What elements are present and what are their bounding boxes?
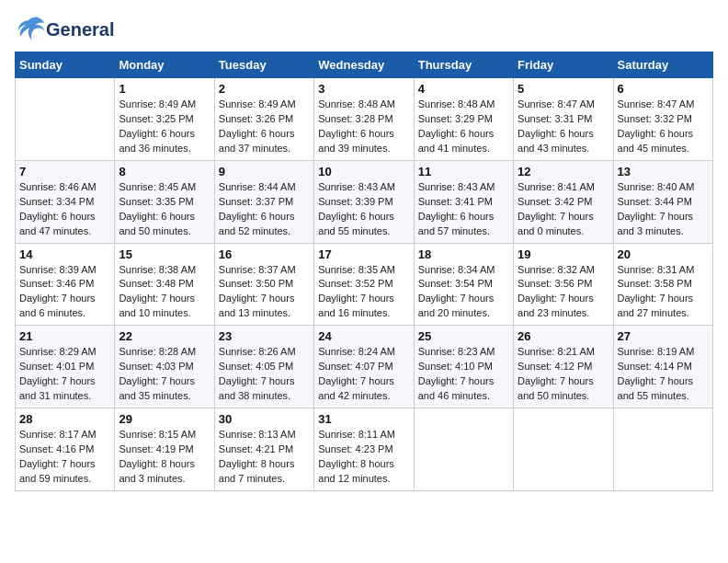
day-info: Sunrise: 8:43 AMSunset: 3:39 PMDaylight:…	[318, 180, 409, 239]
logo-text: General	[46, 19, 114, 40]
day-number: 9	[219, 165, 310, 178]
calendar-cell: 5Sunrise: 8:47 AMSunset: 3:31 PMDaylight…	[514, 78, 613, 161]
day-number: 4	[418, 82, 509, 96]
day-number: 8	[119, 165, 210, 178]
day-number: 1	[119, 82, 210, 96]
day-info: Sunrise: 8:45 AMSunset: 3:35 PMDaylight:…	[119, 180, 210, 239]
day-info: Sunrise: 8:41 AMSunset: 3:42 PMDaylight:…	[518, 180, 609, 239]
weekday-header-sunday: Sunday	[16, 52, 115, 78]
calendar-cell: 24Sunrise: 8:24 AMSunset: 4:07 PMDayligh…	[314, 326, 414, 408]
calendar-cell: 8Sunrise: 8:45 AMSunset: 3:35 PMDaylight…	[115, 160, 214, 243]
calendar-cell: 17Sunrise: 8:35 AMSunset: 3:52 PMDayligh…	[314, 243, 414, 326]
weekday-header-friday: Friday	[514, 52, 613, 78]
day-info: Sunrise: 8:38 AMSunset: 3:48 PMDaylight:…	[119, 263, 210, 322]
day-number: 25	[418, 329, 509, 343]
calendar-cell: 9Sunrise: 8:44 AMSunset: 3:37 PMDaylight…	[214, 160, 313, 243]
day-info: Sunrise: 8:23 AMSunset: 4:10 PMDaylight:…	[418, 345, 509, 404]
day-number: 21	[19, 329, 110, 343]
calendar-week-4: 21Sunrise: 8:29 AMSunset: 4:01 PMDayligh…	[16, 326, 713, 408]
weekday-header-row: SundayMondayTuesdayWednesdayThursdayFrid…	[16, 52, 713, 78]
day-info: Sunrise: 8:28 AMSunset: 4:03 PMDaylight:…	[119, 345, 210, 404]
day-number: 10	[318, 165, 409, 178]
calendar-cell	[16, 78, 115, 161]
day-info: Sunrise: 8:37 AMSunset: 3:50 PMDaylight:…	[219, 263, 310, 322]
weekday-header-saturday: Saturday	[613, 52, 712, 78]
day-info: Sunrise: 8:46 AMSunset: 3:34 PMDaylight:…	[19, 180, 110, 239]
logo-bird-icon	[17, 15, 46, 40]
day-info: Sunrise: 8:24 AMSunset: 4:07 PMDaylight:…	[318, 345, 409, 404]
day-info: Sunrise: 8:48 AMSunset: 3:29 PMDaylight:…	[418, 98, 509, 156]
calendar-cell: 11Sunrise: 8:43 AMSunset: 3:41 PMDayligh…	[414, 160, 513, 243]
calendar-cell: 26Sunrise: 8:21 AMSunset: 4:12 PMDayligh…	[514, 326, 613, 408]
day-info: Sunrise: 8:32 AMSunset: 3:56 PMDaylight:…	[518, 263, 609, 322]
calendar-cell: 19Sunrise: 8:32 AMSunset: 3:56 PMDayligh…	[514, 243, 613, 326]
day-info: Sunrise: 8:49 AMSunset: 3:26 PMDaylight:…	[219, 98, 310, 156]
day-info: Sunrise: 8:17 AMSunset: 4:16 PMDaylight:…	[19, 428, 110, 487]
day-number: 23	[219, 329, 310, 343]
calendar-cell: 1Sunrise: 8:49 AMSunset: 3:25 PMDaylight…	[115, 78, 214, 161]
day-number: 5	[518, 82, 609, 96]
day-number: 12	[518, 165, 609, 178]
day-info: Sunrise: 8:31 AMSunset: 3:58 PMDaylight:…	[618, 263, 709, 322]
day-number: 24	[318, 329, 409, 343]
calendar-cell: 12Sunrise: 8:41 AMSunset: 3:42 PMDayligh…	[514, 160, 613, 243]
weekday-header-monday: Monday	[115, 52, 214, 78]
calendar-cell: 4Sunrise: 8:48 AMSunset: 3:29 PMDaylight…	[414, 78, 513, 161]
calendar-cell: 15Sunrise: 8:38 AMSunset: 3:48 PMDayligh…	[115, 243, 214, 326]
logo: General	[15, 15, 114, 44]
day-number: 3	[318, 82, 409, 96]
day-info: Sunrise: 8:35 AMSunset: 3:52 PMDaylight:…	[318, 263, 409, 322]
calendar-cell: 13Sunrise: 8:40 AMSunset: 3:44 PMDayligh…	[613, 160, 712, 243]
calendar-week-1: 1Sunrise: 8:49 AMSunset: 3:25 PMDaylight…	[16, 78, 713, 161]
day-info: Sunrise: 8:34 AMSunset: 3:54 PMDaylight:…	[418, 263, 509, 322]
day-number: 26	[518, 329, 609, 343]
calendar-week-3: 14Sunrise: 8:39 AMSunset: 3:46 PMDayligh…	[16, 243, 713, 326]
weekday-header-thursday: Thursday	[414, 52, 513, 78]
calendar-week-5: 28Sunrise: 8:17 AMSunset: 4:16 PMDayligh…	[16, 408, 713, 491]
calendar-cell: 25Sunrise: 8:23 AMSunset: 4:10 PMDayligh…	[414, 326, 513, 408]
calendar-table: SundayMondayTuesdayWednesdayThursdayFrid…	[15, 52, 713, 491]
day-info: Sunrise: 8:48 AMSunset: 3:28 PMDaylight:…	[318, 98, 409, 156]
day-number: 27	[618, 329, 709, 343]
day-number: 13	[618, 165, 709, 178]
calendar-week-2: 7Sunrise: 8:46 AMSunset: 3:34 PMDaylight…	[16, 160, 713, 243]
calendar-cell: 20Sunrise: 8:31 AMSunset: 3:58 PMDayligh…	[613, 243, 712, 326]
day-number: 31	[318, 412, 409, 426]
day-number: 28	[19, 412, 110, 426]
day-info: Sunrise: 8:47 AMSunset: 3:31 PMDaylight:…	[518, 98, 609, 156]
calendar-cell: 27Sunrise: 8:19 AMSunset: 4:14 PMDayligh…	[613, 326, 712, 408]
calendar-cell: 21Sunrise: 8:29 AMSunset: 4:01 PMDayligh…	[16, 326, 115, 408]
calendar-cell: 30Sunrise: 8:13 AMSunset: 4:21 PMDayligh…	[214, 408, 313, 491]
day-info: Sunrise: 8:39 AMSunset: 3:46 PMDaylight:…	[19, 263, 110, 322]
day-info: Sunrise: 8:11 AMSunset: 4:23 PMDaylight:…	[318, 428, 409, 487]
day-info: Sunrise: 8:21 AMSunset: 4:12 PMDaylight:…	[518, 345, 609, 404]
day-info: Sunrise: 8:44 AMSunset: 3:37 PMDaylight:…	[219, 180, 310, 239]
weekday-header-tuesday: Tuesday	[214, 52, 313, 78]
calendar-cell	[514, 408, 613, 491]
day-info: Sunrise: 8:49 AMSunset: 3:25 PMDaylight:…	[119, 98, 210, 156]
weekday-header-wednesday: Wednesday	[314, 52, 414, 78]
calendar-cell: 28Sunrise: 8:17 AMSunset: 4:16 PMDayligh…	[16, 408, 115, 491]
calendar-cell: 14Sunrise: 8:39 AMSunset: 3:46 PMDayligh…	[16, 243, 115, 326]
day-number: 30	[219, 412, 310, 426]
calendar-cell: 10Sunrise: 8:43 AMSunset: 3:39 PMDayligh…	[314, 160, 414, 243]
day-info: Sunrise: 8:29 AMSunset: 4:01 PMDaylight:…	[19, 345, 110, 404]
day-info: Sunrise: 8:47 AMSunset: 3:32 PMDaylight:…	[618, 98, 709, 156]
day-info: Sunrise: 8:15 AMSunset: 4:19 PMDaylight:…	[119, 428, 210, 487]
day-info: Sunrise: 8:40 AMSunset: 3:44 PMDaylight:…	[618, 180, 709, 239]
day-number: 22	[119, 329, 210, 343]
page-header: General	[15, 15, 713, 44]
day-number: 6	[618, 82, 709, 96]
day-info: Sunrise: 8:26 AMSunset: 4:05 PMDaylight:…	[219, 345, 310, 404]
calendar-cell	[414, 408, 513, 491]
day-number: 20	[618, 247, 709, 261]
calendar-cell: 29Sunrise: 8:15 AMSunset: 4:19 PMDayligh…	[115, 408, 214, 491]
day-number: 16	[219, 247, 310, 261]
day-number: 7	[19, 165, 110, 178]
calendar-cell: 22Sunrise: 8:28 AMSunset: 4:03 PMDayligh…	[115, 326, 214, 408]
day-number: 14	[19, 247, 110, 261]
day-number: 29	[119, 412, 210, 426]
calendar-cell	[613, 408, 712, 491]
day-number: 2	[219, 82, 310, 96]
calendar-cell: 16Sunrise: 8:37 AMSunset: 3:50 PMDayligh…	[214, 243, 313, 326]
